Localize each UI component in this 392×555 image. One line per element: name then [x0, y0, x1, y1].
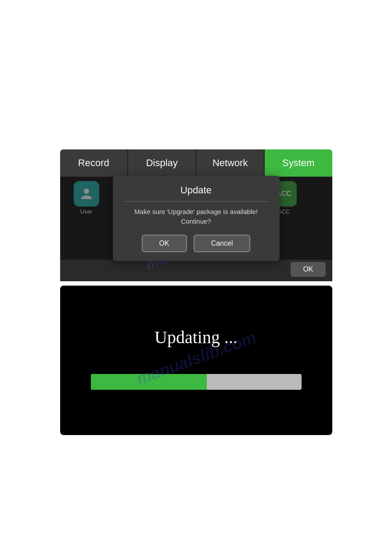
tab-system[interactable]: System: [265, 149, 332, 177]
modal-divider: [124, 201, 269, 202]
tab-network[interactable]: Network: [197, 149, 265, 177]
icons-area: User 🔔 Alarm ↑ Update ⚙ Config: [60, 177, 332, 260]
bottom-panel: manualslib.com Updating ...: [60, 286, 332, 435]
modal-title: Update: [180, 185, 212, 196]
screenshot-container: Record Display Network System User 🔔 A: [60, 149, 332, 435]
modal-buttons: OK Cancel: [142, 235, 251, 252]
updating-text: Updating ...: [155, 327, 237, 348]
modal-overlay: Update Make sure 'Upgrade' package is av…: [60, 177, 332, 260]
tab-bar: Record Display Network System: [60, 149, 332, 177]
progress-bar-fill: [91, 374, 207, 390]
tab-display[interactable]: Display: [128, 149, 197, 177]
modal-message: Make sure 'Upgrade' package is available…: [124, 207, 269, 227]
modal-box: Update Make sure 'Upgrade' package is av…: [113, 176, 280, 261]
tab-record[interactable]: Record: [60, 149, 129, 177]
bottom-ok-button[interactable]: OK: [291, 262, 325, 277]
modal-cancel-button[interactable]: Cancel: [194, 235, 251, 252]
bottom-ok-area: OK: [60, 260, 332, 281]
modal-ok-button[interactable]: OK: [142, 235, 187, 252]
progress-bar-container: [91, 374, 302, 390]
top-panel: Record Display Network System User 🔔 A: [60, 149, 332, 281]
